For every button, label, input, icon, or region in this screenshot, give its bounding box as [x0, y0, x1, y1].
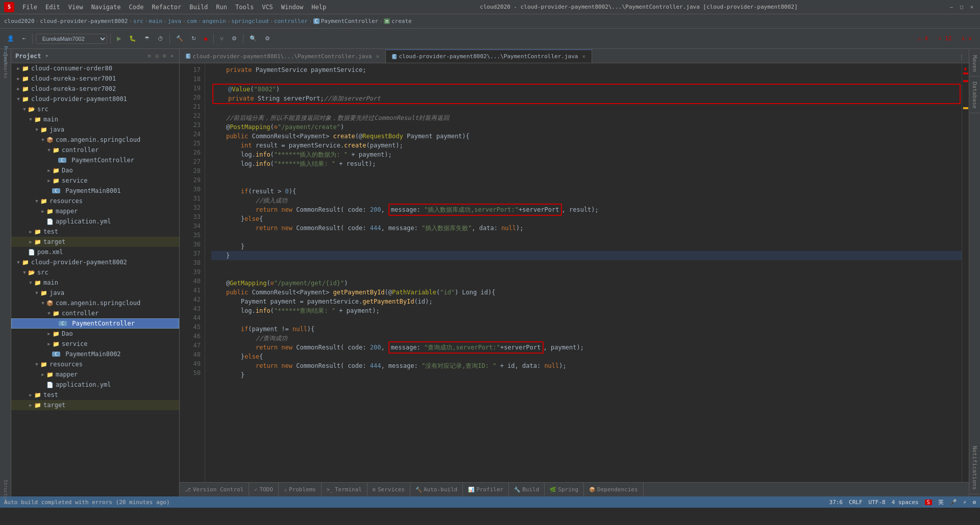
git-button[interactable]: ⑂: [217, 34, 227, 43]
status-settings[interactable]: ⚙: [972, 499, 976, 506]
bottom-tab-problems[interactable]: ⚠ Problems: [279, 483, 322, 497]
tree-item-application-8001[interactable]: 📄 application.yml: [11, 216, 179, 227]
status-lang-icon[interactable]: S: [925, 499, 932, 505]
tree-item-test-8002[interactable]: ▶ 📁 test: [11, 390, 179, 400]
profile-button[interactable]: ⏱: [155, 34, 166, 43]
tree-item-service-8002[interactable]: ▶ 📁 service: [11, 339, 179, 349]
close-button[interactable]: ✕: [968, 3, 976, 11]
bottom-tab-services[interactable]: ⚙ Services: [368, 483, 410, 497]
breadcrumb-method[interactable]: create: [391, 18, 412, 24]
tree-item-service-8001[interactable]: ▶ 📁 service: [11, 176, 179, 186]
breadcrumb-java[interactable]: java: [168, 18, 182, 24]
tree-item-controller-8001[interactable]: ▼ 📁 controller: [11, 145, 179, 155]
tab-payment8001[interactable]: C cloud-provider-payment8001\...\Payment…: [180, 49, 386, 63]
tree-item-eureka7001[interactable]: ▶ 📁 cloud-eureka-server7001: [11, 73, 179, 84]
debug-button[interactable]: 🐛: [126, 34, 139, 43]
right-panel-maven[interactable]: Maven: [970, 51, 979, 77]
breadcrumb-com[interactable]: com: [187, 18, 197, 24]
run-button[interactable]: ▶: [114, 34, 124, 43]
right-panel-database[interactable]: Database: [970, 78, 979, 113]
structure-icon[interactable]: Structure: [1, 487, 10, 496]
tree-item-com-8001[interactable]: ▼ 📦 com.angenin.springcloud: [11, 135, 179, 145]
tree-item-paymentctrl-8002[interactable]: C PaymentController: [11, 318, 179, 329]
menu-run[interactable]: Run: [212, 3, 231, 12]
menu-refactor[interactable]: Refactor: [148, 3, 185, 12]
tree-item-controller-8002[interactable]: ▼ 📁 controller: [11, 308, 179, 318]
bottom-tab-terminal[interactable]: >_ Terminal: [322, 483, 368, 497]
bottom-tab-autobuild[interactable]: 🔨 Auto-build: [410, 483, 463, 497]
build-button[interactable]: 🔨: [173, 34, 186, 43]
tree-item-paymentctrl-8001[interactable]: C PaymentController: [11, 155, 179, 165]
menu-build[interactable]: Build: [185, 3, 212, 12]
tree-item-application-8002[interactable]: 📄 application.yml: [11, 380, 179, 390]
tree-item-mapper-8002[interactable]: ▶ 📁 mapper: [11, 369, 179, 380]
status-indent[interactable]: 4 spaces: [892, 499, 919, 506]
tab-more-icon[interactable]: ⋮: [954, 52, 969, 63]
status-charset[interactable]: UTF-8: [869, 499, 886, 506]
bottom-tab-spring[interactable]: 🌿 Spring: [545, 483, 584, 497]
breadcrumb-project[interactable]: cloud2020: [4, 18, 35, 24]
tree-item-payment8002[interactable]: ▼ 📁 cloud-provider-payment8002: [11, 257, 179, 267]
status-crlf[interactable]: CRLF: [849, 499, 863, 506]
code-content[interactable]: private PaymentService paymentService; @…: [205, 63, 962, 482]
breadcrumb-angenin[interactable]: angenin: [202, 18, 226, 24]
tree-item-java-8002[interactable]: ▼ 📁 java: [11, 288, 179, 298]
maximize-button[interactable]: □: [958, 3, 966, 11]
tree-item-dao-8001[interactable]: ▶ 📁 Dao: [11, 165, 179, 176]
tree-item-java-8001[interactable]: ▼ 📁 java: [11, 124, 179, 135]
bottom-tab-profiler[interactable]: 📊 Profiler: [463, 483, 509, 497]
locate-icon[interactable]: ◎: [154, 52, 160, 60]
collapse-all-icon[interactable]: ⊖: [146, 52, 153, 60]
breadcrumb-controller[interactable]: controller: [274, 18, 308, 24]
tree-item-resources-8001[interactable]: ▼ 📁 resources: [11, 196, 179, 206]
search-button[interactable]: 🔍: [247, 34, 260, 43]
menu-edit[interactable]: Edit: [41, 3, 64, 12]
settings2-button[interactable]: ⚙: [262, 34, 273, 43]
tree-item-mapper-8001[interactable]: ▶ 📁 mapper: [11, 206, 179, 216]
breadcrumb-src[interactable]: src: [133, 18, 143, 24]
menu-navigate[interactable]: Navigate: [87, 3, 125, 12]
bottom-tab-version-control[interactable]: ⎇ Version Control: [180, 483, 249, 497]
bottom-tab-dependencies[interactable]: 📦 Dependencies: [584, 483, 643, 497]
minimize-button[interactable]: —: [947, 3, 955, 11]
reload-button[interactable]: ↻: [188, 34, 199, 43]
project-dropdown[interactable]: ▾: [45, 53, 49, 59]
tree-item-main-8002[interactable]: ▼ 📁 main: [11, 278, 179, 288]
close-panel-icon[interactable]: ✕: [168, 52, 175, 60]
run-config-dropdown[interactable]: EurekaMain7002: [36, 34, 107, 44]
status-power[interactable]: ⚡: [963, 499, 967, 506]
menu-code[interactable]: Code: [125, 3, 148, 12]
settings-icon[interactable]: ⚙: [161, 52, 168, 60]
tree-item-payment8001[interactable]: ▼ 📁 cloud-provider-payment8001: [11, 94, 179, 104]
breadcrumb-module[interactable]: cloud-provider-payment8002: [40, 18, 128, 24]
tree-item-paymentmain-8001[interactable]: C PaymentMain8001: [11, 186, 179, 196]
menu-file[interactable]: File: [18, 3, 41, 12]
tree-item-com-8002[interactable]: ▼ 📦 com.angenin.springcloud: [11, 298, 179, 308]
bottom-tab-build[interactable]: 🔧 Build: [509, 483, 545, 497]
tree-item-consumer-order80[interactable]: ▶ 📁 cloud-consumer-order80: [11, 63, 179, 73]
tree-item-target-8001[interactable]: ▶ 📁 target: [11, 237, 179, 247]
tree-item-main-8001[interactable]: ▼ 📁 main: [11, 114, 179, 124]
breadcrumb-springcloud[interactable]: springcloud: [231, 18, 268, 24]
coverage-button[interactable]: ☂: [141, 34, 153, 43]
tab-payment8002[interactable]: C cloud-provider-payment8002\...\Payment…: [386, 49, 592, 63]
tree-item-test-8001[interactable]: ▶ 📁 test: [11, 227, 179, 237]
tree-item-dao-8002[interactable]: ▶ 📁 Dao: [11, 329, 179, 339]
status-position[interactable]: 37:6: [829, 499, 843, 506]
tree-item-paymentmain-8002[interactable]: C PaymentMain8002: [11, 349, 179, 359]
breadcrumb-main[interactable]: main: [149, 18, 163, 24]
bookmarks-icon[interactable]: Bookmarks: [1, 61, 10, 70]
tab-close-8001[interactable]: ✕: [376, 53, 379, 60]
menu-tools[interactable]: Tools: [231, 3, 258, 12]
stop-button[interactable]: ■: [201, 34, 211, 43]
tree-item-src-8002[interactable]: ▼ 📂 src: [11, 267, 179, 278]
menu-help[interactable]: Help: [307, 3, 330, 12]
tree-item-src-8001[interactable]: ▼ 📂 src: [11, 104, 179, 114]
menu-view[interactable]: View: [64, 3, 87, 12]
breadcrumb-classname[interactable]: PaymentController: [321, 18, 379, 24]
status-mic[interactable]: 🎤: [950, 499, 957, 506]
toolbar-profile-icon[interactable]: 👤: [4, 34, 17, 43]
tree-item-target-8002[interactable]: ▶ 📁 target: [11, 400, 179, 410]
tree-item-resources-8002[interactable]: ▼ 📁 resources: [11, 359, 179, 369]
tab-close-8002[interactable]: ✕: [582, 53, 585, 60]
